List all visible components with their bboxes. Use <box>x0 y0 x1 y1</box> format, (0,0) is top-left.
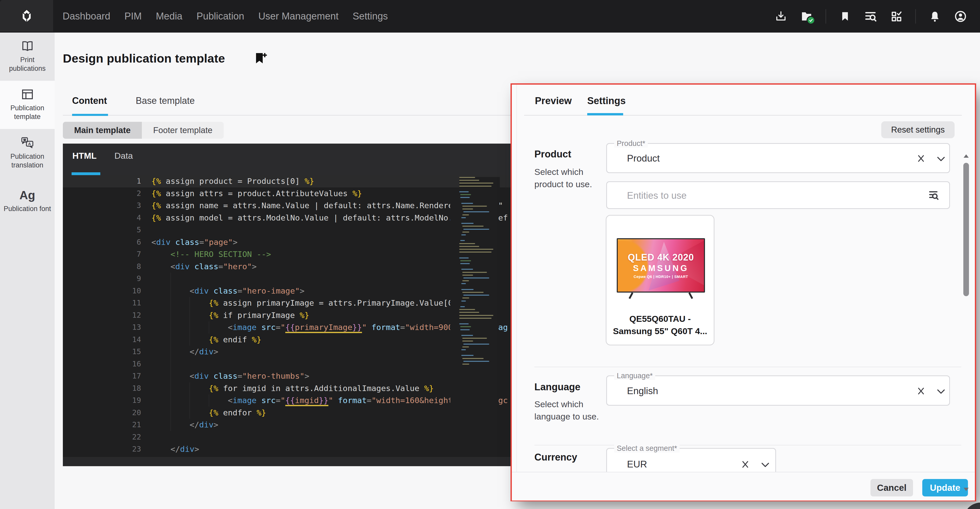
code-line[interactable]: 12{% if primaryImage %} <box>63 309 511 322</box>
tasks-grid-check-icon[interactable] <box>890 10 903 23</box>
code-line[interactable]: 20{% endfor %} <box>63 407 511 419</box>
nav-item-publication[interactable]: Publication <box>197 11 244 22</box>
code-line[interactable]: 2{% assign attrs = product.AttributeValu… <box>63 187 511 200</box>
page-title: Design publication template <box>63 51 225 65</box>
sidebar-item-publication-translation[interactable]: APublication translation <box>0 129 55 177</box>
tabs-divider <box>63 115 511 116</box>
content-tabs: Content Base template <box>72 95 195 106</box>
product-card-caption: QE55Q60TAU - Samsung 55" Q60T 4... <box>606 312 714 337</box>
code-line[interactable]: 4{% assign model = attrs.ModelNo.Value |… <box>63 212 511 224</box>
scroll-up-arrow-icon[interactable] <box>964 154 969 158</box>
currency-field-label: Select a segment* <box>614 444 679 453</box>
sidebar-item-label: Publication translation <box>2 152 53 170</box>
chevron-down-icon[interactable] <box>936 387 946 396</box>
book-icon <box>21 41 33 52</box>
code-line[interactable]: 11{% assign primaryImage = attrs.Primary… <box>63 297 511 309</box>
code-line[interactable]: 10<div class="hero-image"> <box>63 285 511 297</box>
sidebar-item-label: Publication template <box>2 104 53 121</box>
code-line[interactable]: 9 <box>63 273 511 285</box>
cancel-button[interactable]: Cancel <box>870 479 913 496</box>
app-logo-button[interactable] <box>0 0 53 32</box>
notifications-bell-icon[interactable] <box>928 10 942 23</box>
code-line[interactable]: 23</div> <box>63 443 511 455</box>
clear-icon[interactable] <box>916 154 926 163</box>
editor-active-tab-underline <box>72 172 100 175</box>
language-section-description: Select which language to use. <box>535 398 600 423</box>
panel-scrollbar-thumb[interactable] <box>963 163 969 296</box>
nav-item-dashboard[interactable]: Dashboard <box>63 11 110 22</box>
layout-icon <box>21 89 33 100</box>
bookmark-plus-icon[interactable] <box>254 52 267 65</box>
code-line[interactable]: 17<div class="hero-thumbs"> <box>63 370 511 382</box>
chevron-down-icon[interactable] <box>936 155 946 163</box>
chevron-down-icon[interactable] <box>760 461 770 469</box>
code-line[interactable]: 3{% assign name = attrs.Name.Value | def… <box>63 200 511 212</box>
approved-check-badge <box>807 16 815 25</box>
clear-icon[interactable] <box>740 460 750 469</box>
nav-item-user-management[interactable]: User Management <box>258 11 339 22</box>
panel-footer: Cancel Update <box>512 472 975 501</box>
folder-approved-icon[interactable] <box>800 10 813 23</box>
panel-tab-settings[interactable]: Settings <box>587 95 626 106</box>
code-line[interactable]: 8<div class="hero"> <box>63 260 511 273</box>
code-line[interactable]: 5 <box>63 224 511 236</box>
code-area[interactable]: 1{% assign product = Products[0] %}2{% a… <box>63 175 511 457</box>
editor-horizontal-scrollbar[interactable] <box>63 457 511 466</box>
code-line[interactable]: 7<!-- HERO SECTION --> <box>63 248 511 260</box>
nav-item-media[interactable]: Media <box>156 11 182 22</box>
code-line[interactable]: 13<image src="{{primaryImage}}" format="… <box>63 321 511 334</box>
language-select-field[interactable]: Language* English <box>606 376 950 406</box>
code-line[interactable]: 14{% endif %} <box>63 334 511 346</box>
panel-left-divider <box>516 85 517 500</box>
sidebar-item-publication-template[interactable]: Publication template <box>0 81 55 129</box>
section-divider <box>535 367 961 367</box>
translate-icon: A <box>21 137 34 149</box>
chat-fab-partial-right[interactable] <box>964 503 980 509</box>
entities-search-field[interactable]: Entities to use <box>606 181 950 209</box>
toggle-main-template[interactable]: Main template <box>63 122 142 139</box>
import-download-icon[interactable] <box>774 10 788 23</box>
language-field-value: English <box>627 386 658 396</box>
code-line[interactable]: 6<div class="page"> <box>63 236 511 249</box>
product-card[interactable]: QLED 4K 2020 SAMSUNG Серия Q6 | HDR10+ |… <box>606 215 714 346</box>
editor-minimap[interactable] <box>459 177 500 441</box>
left-sidebar: Print publicationsPublication templateAP… <box>0 33 55 509</box>
update-button[interactable]: Update <box>922 479 968 496</box>
product-field-label: Product* <box>614 139 648 148</box>
panel-tab-preview[interactable]: Preview <box>535 95 572 106</box>
code-line[interactable]: 19<image src="{{imgid}}" format="width=1… <box>63 394 511 407</box>
toggle-footer-template[interactable]: Footer template <box>142 122 224 139</box>
product-image: QLED 4K 2020 SAMSUNG Серия Q6 | HDR10+ |… <box>617 238 705 293</box>
account-icon[interactable] <box>954 10 967 23</box>
clear-icon[interactable] <box>916 386 926 396</box>
reset-settings-button[interactable]: Reset settings <box>881 121 955 138</box>
svg-text:A: A <box>28 141 31 146</box>
search-list-icon[interactable] <box>864 10 877 23</box>
tv-text-series: Серия Q6 | HDR10+ | SMART <box>634 274 688 279</box>
code-line[interactable]: 22 <box>63 431 511 443</box>
scroll-down-arrow-icon[interactable] <box>964 488 969 491</box>
sidebar-item-publication-font[interactable]: AgPublication font <box>0 177 55 225</box>
font-sample: Ag <box>19 189 35 201</box>
editor-tab-html[interactable]: HTML <box>72 151 97 161</box>
tv-text-qled: QLED 4K 2020 <box>628 252 694 263</box>
nav-item-settings[interactable]: Settings <box>353 11 388 22</box>
code-line[interactable]: 1{% assign product = Products[0] %} <box>63 175 511 187</box>
code-line[interactable]: 16 <box>63 358 511 370</box>
tab-base-template[interactable]: Base template <box>136 95 195 106</box>
bookmark-icon[interactable] <box>838 10 852 23</box>
product-field-value: Product <box>627 153 660 164</box>
code-line[interactable]: 21</div> <box>63 419 511 431</box>
product-section-description: Select which product to use. <box>535 166 600 190</box>
sidebar-item-print-publications[interactable]: Print publications <box>0 33 55 81</box>
tab-content[interactable]: Content <box>72 95 107 106</box>
nav-item-pim[interactable]: PIM <box>124 11 142 22</box>
product-select-field[interactable]: Product* Product <box>606 143 950 173</box>
search-list-icon[interactable] <box>927 189 939 201</box>
code-line[interactable]: 15</div> <box>63 346 511 358</box>
section-divider <box>535 445 961 446</box>
currency-field-value: EUR <box>627 459 647 470</box>
editor-tab-data[interactable]: Data <box>115 151 133 161</box>
code-line[interactable]: 18{% for imgid in attrs.AdditionalImages… <box>63 382 511 395</box>
code-overflow-fragment: ef <box>498 212 508 224</box>
